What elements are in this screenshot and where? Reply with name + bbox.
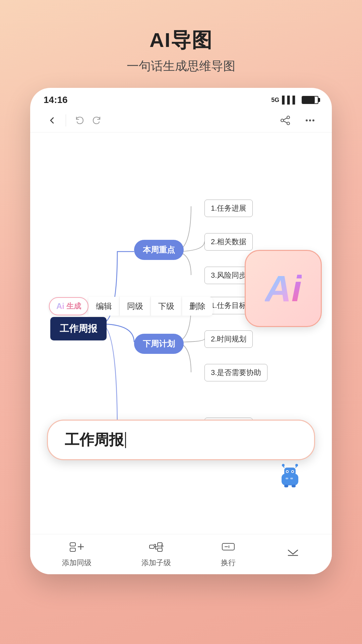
svg-line-4 — [284, 121, 287, 123]
toolbar-divider — [66, 114, 66, 126]
svg-point-7 — [312, 119, 314, 121]
more-button[interactable] — [302, 112, 318, 129]
menu-edit-button[interactable]: 编辑 — [88, 297, 120, 316]
battery-icon — [302, 96, 318, 104]
input-text: 工作周报 — [65, 430, 124, 450]
branch-node-2[interactable]: 下周计划 — [134, 334, 184, 354]
header: AI导图 一句话生成思维导图 — [127, 0, 235, 88]
svg-point-14 — [282, 464, 285, 467]
svg-point-16 — [295, 464, 298, 467]
expand-button[interactable] — [286, 547, 300, 562]
mindmap-area: 工作周报 本周重点 1.任务进展 2.相关数据 3.风险同步 下周计划 1.仕务… — [30, 132, 332, 534]
svg-rect-22 — [70, 543, 75, 546]
ai-generate-label: 生成 — [66, 301, 81, 311]
redo-button[interactable] — [88, 112, 105, 129]
ai-icon-a: A — [265, 270, 291, 307]
robot-icon[interactable] — [275, 460, 305, 490]
leaf-node-1-2[interactable]: 2.相关数据 — [204, 233, 253, 251]
svg-rect-28 — [158, 548, 162, 551]
svg-point-12 — [287, 471, 288, 472]
text-cursor — [125, 432, 126, 448]
input-float-box[interactable]: 工作周报 — [47, 420, 315, 460]
leaf-node-2-2[interactable]: 2.时间规划 — [204, 330, 253, 348]
ai-float-icon[interactable]: A i — [245, 250, 322, 327]
svg-rect-21 — [292, 485, 296, 487]
svg-line-3 — [284, 118, 287, 120]
svg-rect-26 — [149, 545, 154, 548]
add-child-level-button[interactable]: 添加子级 — [141, 541, 171, 568]
signal-bars-icon: ▌▌▌ — [282, 96, 298, 104]
svg-rect-35 — [222, 543, 234, 550]
line-break-icon — [221, 541, 236, 556]
ai-generate-button[interactable]: Ai 生成 — [49, 297, 88, 315]
context-menu: Ai 生成 编辑 同级 下级 删除 — [49, 297, 213, 316]
bottom-bar: 添加同级 添加子级 — [30, 534, 332, 574]
leaf-node-2-3[interactable]: 3.是否需要协助 — [204, 364, 267, 381]
toolbar — [30, 109, 332, 132]
status-bar: 14:16 5G ▌▌▌ — [30, 88, 332, 109]
menu-delete-button[interactable]: 删除 — [182, 297, 213, 316]
svg-rect-27 — [158, 543, 162, 546]
svg-line-15 — [283, 466, 284, 468]
status-time: 14:16 — [44, 95, 68, 105]
share-button[interactable] — [277, 112, 294, 129]
undo-button[interactable] — [71, 112, 88, 129]
svg-point-6 — [309, 119, 311, 121]
signal-label: 5G — [271, 97, 279, 104]
svg-rect-23 — [70, 548, 75, 551]
svg-line-17 — [296, 466, 297, 468]
battery-fill — [302, 97, 315, 103]
svg-point-5 — [306, 119, 308, 121]
menu-items-wrap: 编辑 同级 下级 删除 — [88, 297, 213, 316]
add-same-level-button[interactable]: 添加同级 — [62, 541, 92, 568]
root-node[interactable]: 工作周报 — [50, 317, 107, 340]
expand-icon — [286, 547, 300, 562]
page-subtitle: 一句话生成思维导图 — [127, 58, 235, 74]
page-title: AI导图 — [127, 27, 235, 54]
leaf-node-1-1[interactable]: 1.任务进展 — [204, 200, 253, 217]
add-child-level-icon — [149, 541, 164, 556]
svg-point-13 — [292, 471, 293, 472]
toolbar-right — [277, 112, 318, 129]
add-same-level-label: 添加同级 — [62, 558, 92, 568]
svg-point-0 — [287, 116, 290, 119]
svg-rect-18 — [286, 478, 288, 479]
add-same-level-icon — [69, 541, 84, 556]
svg-rect-20 — [284, 485, 288, 487]
add-child-level-label: 添加子级 — [141, 558, 171, 568]
svg-point-2 — [287, 122, 290, 125]
line-break-button[interactable]: 换行 — [221, 541, 236, 568]
menu-same-level-button[interactable]: 同级 — [120, 297, 151, 316]
line-break-label: 换行 — [221, 558, 236, 568]
phone-mockup: 14:16 5G ▌▌▌ — [30, 88, 332, 574]
svg-point-1 — [281, 119, 284, 122]
back-button[interactable] — [44, 112, 60, 129]
svg-rect-19 — [290, 478, 293, 479]
ai-label: Ai — [56, 302, 64, 311]
ai-icon-i: i — [291, 270, 302, 307]
menu-sub-level-button[interactable]: 下级 — [151, 297, 182, 316]
status-icons: 5G ▌▌▌ — [271, 96, 318, 104]
branch-node-1[interactable]: 本周重点 — [134, 240, 184, 260]
